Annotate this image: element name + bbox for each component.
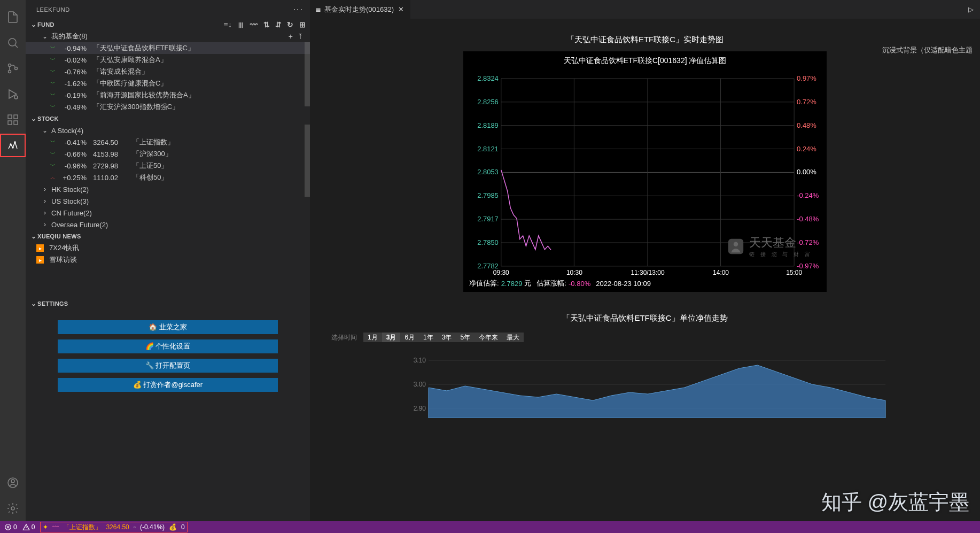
realtime-chart: 天弘中证食品饮料ETF联接C[001632] 净值估算图 [463, 51, 827, 292]
news-item[interactable]: ▸7X24快讯 [26, 242, 310, 254]
fund-item[interactable]: ﹀ -0.19% 「前海开源国家比较优势混合A」 [26, 89, 310, 101]
status-errors[interactable]: 0 [4, 523, 17, 531]
settings-button[interactable]: 🏠 韭菜之家 [58, 320, 278, 334]
range-button[interactable]: 最大 [502, 333, 524, 342]
chart-footer: 净值估算: 2.7829 元 估算涨幅: -0.80% 2022-08-23 1… [464, 276, 826, 288]
svg-text:11:30/13:00: 11:30/13:00 [631, 269, 664, 276]
range-button[interactable]: 3月 [382, 333, 401, 342]
range-button[interactable]: 1年 [419, 333, 438, 342]
fund-section-header[interactable]: ⌄ FUND ≡↓ ⫼ 〰 ⇅ ⇵ ↻ ⊞ [26, 19, 310, 30]
status-stock-highlight[interactable]: ✦ 〰 「上证指数」 3264.50 ▫ (-0.41%) 💰 0 [40, 522, 187, 532]
more-icon[interactable]: ··· [293, 5, 304, 14]
scrollbar[interactable] [305, 125, 310, 197]
range-button[interactable]: 1月 [363, 333, 382, 342]
fund-item[interactable]: ﹀ -1.62% 「中欧医疗健康混合C」 [26, 78, 310, 89]
sort2-icon[interactable]: ⇵ [275, 20, 282, 29]
news-section-header[interactable]: ⌄ XUEQIU NEWS [26, 230, 310, 242]
caret-down-icon: ﹀ [49, 68, 57, 75]
run-debug-icon[interactable] [0, 81, 26, 107]
source-control-icon[interactable] [0, 56, 26, 81]
stock-item[interactable]: ︿ +0.25% 1110.02 「科创50」 [26, 172, 310, 183]
stock-section-header[interactable]: ⌄ STOCK [26, 113, 310, 125]
fund-toolbar: ≡↓ ⫼ 〰 ⇅ ⇵ ↻ ⊞ [223, 20, 306, 29]
chevron-down-icon: ⌄ [41, 33, 49, 40]
settings-gear-icon[interactable] [0, 496, 26, 521]
editor: ≣ 基金实时走势(001632) ✕ ▷ 沉浸式背景（仅适配暗色主题 「天弘中证… [310, 0, 980, 521]
explorer-icon[interactable] [0, 4, 26, 30]
svg-text:0.24%: 0.24% [797, 145, 816, 153]
close-icon[interactable]: ✕ [397, 5, 405, 13]
stock-group-a[interactable]: ⌄ A Stock(4) [26, 125, 310, 136]
sidebar: LEEKFUND ··· ⌄ FUND ≡↓ ⫼ 〰 ⇅ ⇵ ↻ ⊞ ⌄ 我的基… [26, 0, 310, 521]
fund-item[interactable]: ﹀ -0.02% 「天弘安康颐养混合A」 [26, 54, 310, 66]
range-button[interactable]: 5年 [456, 333, 475, 342]
svg-text:2.7917: 2.7917 [477, 215, 499, 223]
status-bar: 0 0 ✦ 〰 「上证指数」 3264.50 ▫ (-0.41%) 💰 0 [0, 521, 980, 533]
status-warnings[interactable]: 0 [22, 523, 35, 531]
range-button[interactable]: 3年 [438, 333, 456, 342]
svg-text:0.00%: 0.00% [797, 168, 816, 176]
svg-text:09:30: 09:30 [493, 269, 509, 276]
svg-text:2.7850: 2.7850 [477, 238, 499, 246]
stock-group[interactable]: ›Oversea Future(2) [26, 219, 310, 230]
settings-button[interactable]: 🔧 打开配置页 [58, 359, 278, 373]
chevron-right-icon: › [41, 197, 49, 205]
caret-down-icon: ﹀ [49, 162, 57, 169]
area-chart: 3.103.002.90 [331, 349, 959, 418]
svg-point-4 [14, 96, 18, 99]
settings-button[interactable]: 🌈 个性化设置 [58, 339, 278, 353]
news-bullet-icon: ▸ [36, 244, 44, 252]
stock-group[interactable]: ›CN Future(2) [26, 207, 310, 219]
stock-group[interactable]: ›US Stock(3) [26, 195, 310, 207]
stock-item[interactable]: ﹀ -0.96% 2729.98 「上证50」 [26, 160, 310, 172]
account-icon[interactable] [0, 470, 26, 496]
svg-text:-0.24%: -0.24% [797, 191, 819, 199]
svg-point-14 [11, 507, 14, 510]
fund-item[interactable]: ﹀ -0.94% 「天弘中证食品饮料ETF联接C」 [26, 42, 310, 54]
svg-text:10:30: 10:30 [566, 269, 582, 276]
svg-rect-6 [14, 115, 18, 119]
news-item[interactable]: ▸雪球访谈 [26, 254, 310, 266]
svg-text:0.72%: 0.72% [797, 98, 816, 106]
activity-bar [0, 0, 26, 521]
range-button[interactable]: 6月 [400, 333, 419, 342]
caret-down-icon: ﹀ [49, 91, 57, 99]
editor-content: 沉浸式背景（仅适配暗色主题 「天弘中证食品饮料ETF联接C」实时走势图 天弘中证… [310, 19, 980, 521]
caret-down-icon: ﹀ [49, 80, 57, 87]
svg-text:-0.48%: -0.48% [797, 215, 819, 223]
tab-fund-chart[interactable]: ≣ 基金实时走势(001632) ✕ [310, 0, 411, 19]
settings-button[interactable]: 💰 打赏作者@giscafer [58, 378, 278, 392]
refresh2-icon[interactable]: ⇅ [263, 20, 270, 29]
svg-rect-7 [8, 121, 12, 125]
svg-text:3.10: 3.10 [414, 357, 426, 364]
add-icon[interactable]: + [289, 32, 293, 41]
fund-item[interactable]: ﹀ -0.76% 「诺安成长混合」 [26, 66, 310, 78]
collapse-icon[interactable]: ⤒ [297, 32, 304, 41]
svg-rect-5 [8, 115, 12, 119]
preview-icon: ≣ [315, 5, 321, 13]
fund-item[interactable]: ﹀ -0.49% 「汇安沪深300指数增强C」 [26, 101, 310, 113]
stock-item[interactable]: ﹀ -0.41% 3264.50 「上证指数」 [26, 136, 310, 148]
settings-section-header[interactable]: ⌄ SETTINGS [26, 298, 310, 310]
chart-subtitle: 天弘中证食品饮料ETF联接C[001632] 净值估算图 [464, 56, 826, 66]
range-button[interactable]: 今年来 [475, 333, 502, 342]
search-icon[interactable] [0, 30, 26, 56]
leekfund-icon[interactable] [0, 134, 26, 157]
sidebar-title: LEEKFUND [36, 6, 70, 13]
tab-title: 基金实时走势(001632) [324, 5, 394, 14]
stock-group[interactable]: ›HK Stock(2) [26, 183, 310, 195]
chevron-down-icon: ⌄ [30, 21, 37, 28]
run-icon[interactable]: ▷ [968, 5, 974, 13]
chevron-down-icon: ⌄ [41, 127, 49, 134]
line-chart-icon[interactable]: 〰 [250, 20, 258, 29]
caret-down-icon: ﹀ [49, 150, 57, 158]
add-icon[interactable]: ⊞ [299, 20, 306, 29]
sort-icon[interactable]: ≡↓ [223, 20, 232, 29]
refresh-icon[interactable]: ↻ [287, 20, 293, 29]
fund-group[interactable]: ⌄ 我的基金(8) + ⤒ [26, 30, 310, 42]
stock-item[interactable]: ﹀ -0.66% 4153.98 「沪深300」 [26, 148, 310, 160]
svg-text:2.8053: 2.8053 [477, 168, 499, 176]
scrollbar[interactable] [305, 42, 310, 106]
bar-chart-icon[interactable]: ⫼ [237, 20, 245, 29]
extensions-icon[interactable] [0, 107, 26, 133]
